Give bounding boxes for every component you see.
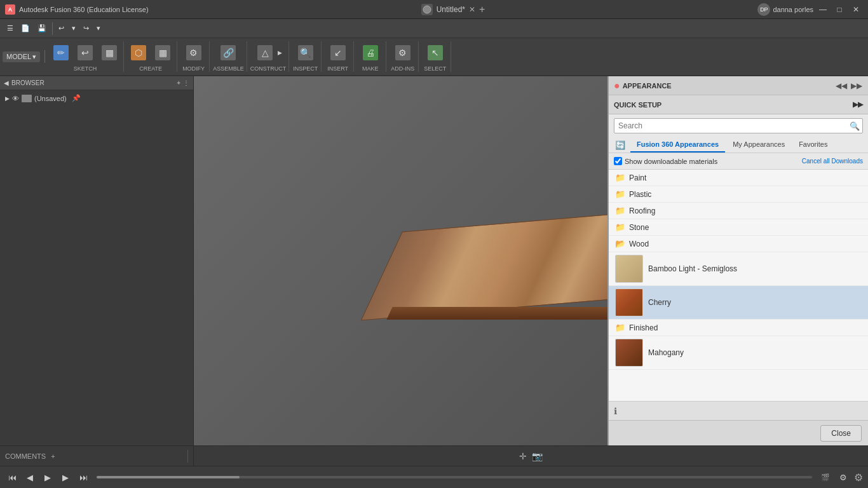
appearance-expand-icon[interactable]: ▶▶ (850, 79, 863, 92)
make-button[interactable]: 🖨 (359, 41, 382, 64)
select-button[interactable]: ↖ (424, 41, 447, 64)
quicksetup-title: QUICK SETUP (614, 101, 661, 109)
play-icon: ▶ (5, 95, 10, 102)
create-extra[interactable]: ▦ (151, 41, 174, 64)
search-icon[interactable]: 🔍 (847, 118, 862, 133)
material-bamboo[interactable]: Bamboo Light - Semigloss (609, 252, 868, 286)
select-icon: ↖ (428, 45, 443, 60)
settings-icon[interactable]: ⚙ (836, 470, 850, 484)
user-name: danna porles (773, 6, 813, 13)
new-tab-icon[interactable]: + (479, 4, 485, 15)
title-right: DP danna porles — □ ✕ (757, 3, 868, 17)
title-center: Untitled* ✕ + (421, 4, 485, 15)
quicksetup-header: QUICK SETUP ▶▶ (609, 95, 868, 114)
sketch-extra-icon: ▦ (102, 45, 117, 60)
material-name-bamboo: Bamboo Light - Semigloss (648, 264, 737, 273)
tab-title[interactable]: Untitled* (437, 5, 465, 14)
assemble-button[interactable]: 🔗 (217, 41, 240, 64)
create-label: CREATE (139, 65, 162, 72)
add-comment-button[interactable]: + (51, 452, 55, 460)
play-button[interactable]: ▶ (41, 470, 55, 484)
folder-plastic[interactable]: 📁 Plastic (609, 186, 868, 203)
new-button[interactable]: 📄 (18, 23, 33, 34)
gear-settings-icon[interactable]: ⚙ (854, 471, 863, 484)
material-mahogany[interactable]: Mahogany (609, 336, 868, 370)
tab-my-appearances[interactable]: My Appearances (726, 137, 791, 152)
folder-label-stone: Stone (629, 223, 649, 232)
sketch-extra[interactable]: ▦ (98, 41, 121, 64)
info-icon[interactable]: ℹ (614, 406, 617, 416)
material-thumb-cherry (615, 288, 643, 316)
construct-button[interactable]: △ (254, 41, 276, 64)
play-end-button[interactable]: ⏭ (76, 470, 90, 484)
visibility-icon[interactable]: 👁 (12, 95, 19, 102)
modify-button[interactable]: ⚙ (182, 41, 205, 64)
inspect-button[interactable]: 🔍 (294, 41, 317, 64)
appearance-footer: Close (609, 420, 868, 445)
assemble-label: ASSEMBLE (213, 65, 244, 72)
search-row: 🔍 (609, 114, 868, 137)
construct-group: △ ▶ CONSTRUCT (248, 41, 290, 72)
appearance-prev-icon[interactable]: ◀◀ (835, 79, 848, 92)
user-area: DP danna porles (757, 3, 813, 16)
appearance-panel-header: ● APPEARANCE ◀◀ ▶▶ (609, 76, 868, 95)
folder-icon-roofing: 📁 (615, 206, 625, 215)
undo-button[interactable]: ↩ (55, 23, 67, 34)
modify-group: ⚙ MODIFY (178, 41, 210, 72)
material-thumb-mahogany (615, 339, 643, 367)
play-prev-button[interactable]: ◀ (23, 470, 37, 484)
model-dropdown[interactable]: MODEL ▾ (3, 51, 40, 62)
assemble-group: 🔗 ASSEMBLE (210, 41, 247, 72)
folder-finished[interactable]: 📁 Finished (609, 320, 868, 336)
insert-button[interactable]: ↙ (327, 41, 349, 64)
browser-options-icon[interactable]: ⋮ (183, 79, 189, 86)
viewport[interactable]: FRONT X ● APPEARANCE ◀◀ ▶▶ (194, 76, 868, 445)
redo-button[interactable]: ↪ (80, 23, 92, 34)
minimize-button[interactable]: — (816, 3, 830, 17)
maximize-button[interactable]: □ (832, 3, 846, 17)
tab-fusion-appearances[interactable]: Fusion 360 Appearances (630, 137, 725, 152)
browser-item-unsaved[interactable]: ▶ 👁 (Unsaved) 📌 (3, 93, 191, 104)
pin-icon[interactable]: 📌 (72, 94, 81, 102)
record-icon[interactable]: 🎬 (818, 470, 832, 484)
save-button[interactable]: 💾 (34, 23, 50, 34)
cancel-downloads-link[interactable]: Cancel all Downloads (802, 158, 863, 165)
appearance-dot-icon: ● (614, 80, 620, 92)
folder-roofing[interactable]: 📁 Roofing (609, 203, 868, 219)
play-timeline[interactable] (97, 476, 812, 478)
menu-button[interactable]: ☰ (4, 23, 17, 34)
refresh-button[interactable]: 🔄 (614, 139, 627, 151)
quicksetup-expand-icon[interactable]: ▶▶ (853, 100, 863, 109)
folder-paint[interactable]: 📁 Paint (609, 170, 868, 186)
folder-stone[interactable]: 📁 Stone (609, 219, 868, 236)
close-button[interactable]: Close (820, 425, 862, 442)
addins-label: ADD-INS (391, 65, 414, 72)
move-icon[interactable]: ✛ (519, 451, 527, 461)
folder-wood[interactable]: 📂 Wood (609, 236, 868, 252)
close-button[interactable]: ✕ (849, 3, 863, 17)
camera-icon[interactable]: 📷 (532, 451, 543, 461)
playback-bar: ⏮ ◀ ▶ ▶ ⏭ 🎬 ⚙ ⚙ (0, 466, 868, 488)
toolbar-separator-1 (52, 22, 53, 35)
downloadable-checkbox[interactable] (614, 157, 622, 165)
sketch-button[interactable]: ✏ (50, 41, 72, 64)
play-start-button[interactable]: ⏮ (5, 470, 19, 484)
create-button[interactable]: ⬡ (127, 41, 150, 64)
undo-history-button[interactable]: ▾ (69, 23, 79, 34)
browser-header: ◀ BROWSER + ⋮ (0, 76, 193, 90)
close-tab-icon[interactable]: ✕ (469, 5, 475, 14)
downloadable-label[interactable]: Show downloadable materials (614, 157, 717, 165)
browser-collapse-icon[interactable]: ◀ (4, 79, 9, 86)
browser-add-icon[interactable]: + (177, 79, 180, 86)
appearance-title-text: APPEARANCE (623, 82, 672, 90)
addins-group: ⚙ ADD-INS (387, 41, 419, 72)
main-area: ◀ BROWSER + ⋮ ▶ 👁 (Unsaved) 📌 (0, 76, 868, 445)
tab-favorites[interactable]: Favorites (792, 137, 834, 152)
redo-history-button[interactable]: ▾ (93, 23, 104, 34)
stop-sketch-button[interactable]: ↩ (74, 41, 97, 64)
material-cherry[interactable]: Cherry (609, 286, 868, 320)
play-next-button[interactable]: ▶ (58, 470, 72, 484)
search-input[interactable] (614, 121, 847, 130)
addins-button[interactable]: ⚙ (391, 41, 414, 64)
svg-point-0 (423, 6, 431, 13)
